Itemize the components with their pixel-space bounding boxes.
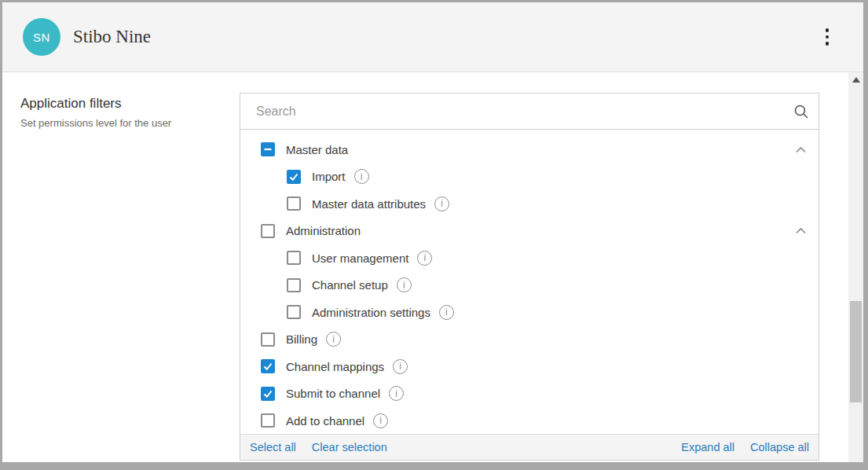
checkbox[interactable] — [287, 170, 301, 184]
checkbox[interactable] — [261, 224, 275, 238]
tree-row-label: Channel setup — [312, 278, 388, 292]
avatar: SN — [23, 18, 60, 56]
info-icon[interactable] — [439, 305, 454, 320]
tree-row-label: Submit to channel — [286, 387, 380, 400]
checkbox[interactable] — [261, 142, 275, 156]
search-bar — [240, 94, 819, 130]
tree-row-0: Master data — [240, 136, 819, 163]
tree-row-label: Channel mappings — [286, 360, 384, 373]
vertical-scrollbar[interactable] — [848, 72, 863, 462]
checkbox[interactable] — [261, 387, 275, 401]
checkbox[interactable] — [287, 196, 301, 211]
tree-row-9: Submit to channel — [240, 380, 819, 408]
kebab-menu-icon[interactable] — [821, 24, 834, 50]
tree-row-label: Administration — [286, 224, 361, 237]
scroll-up-arrow-icon[interactable] — [848, 72, 863, 87]
section-title: Application filters — [20, 96, 171, 112]
page-title: Stibo Nine — [73, 27, 151, 47]
tree-row-label: Billing — [286, 332, 317, 346]
search-input[interactable] — [240, 94, 784, 129]
tree-row-5: Channel setup — [240, 272, 819, 299]
checkbox[interactable] — [287, 305, 301, 319]
app-window: SN Stibo Nine Application filters Set pe… — [2, 2, 863, 462]
window-frame: SN Stibo Nine Application filters Set pe… — [0, 0, 868, 470]
chevron-up-icon[interactable] — [794, 144, 808, 156]
tree-row-label: Master data — [286, 143, 348, 156]
tree-row-label: Master data attributes — [312, 197, 426, 211]
checkbox[interactable] — [261, 359, 275, 373]
tree-row-1: Import — [240, 163, 819, 191]
info-icon[interactable] — [389, 386, 404, 401]
tree-row-4: User management — [240, 244, 819, 272]
info-icon[interactable] — [434, 196, 449, 211]
tree-row-10: Add to channel — [240, 407, 819, 434]
tree-row-2: Master data attributes — [240, 190, 819, 218]
tree-row-3: Administration — [240, 218, 819, 245]
app-header: SN Stibo Nine — [2, 2, 863, 72]
info-icon[interactable] — [397, 277, 412, 292]
select-all-link[interactable]: Select all — [250, 441, 296, 453]
tree-row-label: User management — [312, 252, 408, 265]
tree-row-8: Channel mappings — [240, 353, 819, 380]
checkbox[interactable] — [287, 251, 301, 265]
info-icon[interactable] — [393, 359, 408, 374]
search-icon[interactable] — [784, 94, 819, 129]
application-filters-section: Application filters Set permissions leve… — [20, 96, 171, 129]
filters-panel: Master data Import — [240, 93, 819, 461]
expand-all-link[interactable]: Expand all — [681, 441, 734, 453]
tree-row-7: Billing — [240, 326, 819, 354]
clear-selection-link[interactable]: Clear selection — [312, 441, 387, 453]
info-icon[interactable] — [417, 251, 432, 266]
info-icon[interactable] — [354, 169, 369, 184]
info-icon[interactable] — [326, 332, 341, 347]
checkbox[interactable] — [261, 413, 275, 428]
tree-row-label: Add to channel — [286, 414, 364, 428]
collapse-all-link[interactable]: Collapse all — [750, 441, 809, 453]
chevron-up-icon[interactable] — [794, 225, 808, 237]
tree-row-label: Administration settings — [312, 306, 430, 319]
checkbox[interactable] — [287, 278, 301, 292]
panel-footer: Select all Clear selection Expand all Co… — [240, 434, 819, 460]
scrollbar-thumb[interactable] — [850, 301, 862, 402]
section-subtitle: Set permissions level for the user — [20, 117, 171, 129]
info-icon[interactable] — [373, 413, 388, 428]
tree-row-label: Import — [312, 170, 346, 183]
permissions-tree: Master data Import — [240, 130, 819, 434]
checkbox[interactable] — [261, 332, 275, 347]
content-area: Application filters Set permissions leve… — [2, 72, 863, 462]
tree-row-6: Administration settings — [240, 299, 819, 326]
